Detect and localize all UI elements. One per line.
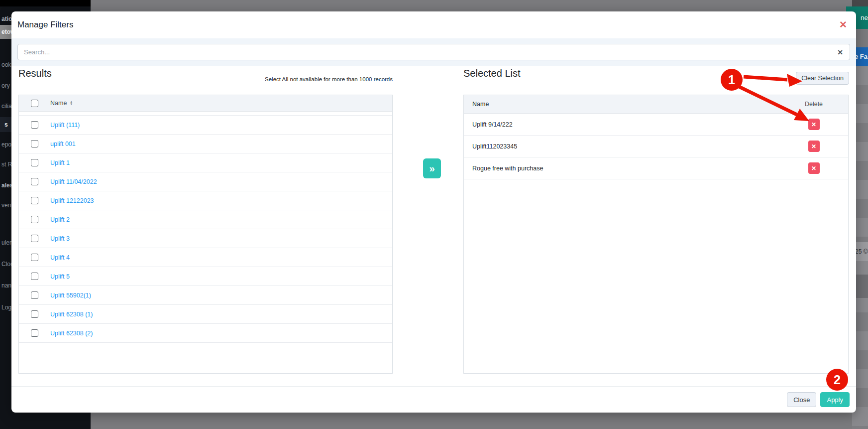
row-checkbox[interactable]: [31, 159, 38, 166]
row-checkbox[interactable]: [31, 140, 38, 147]
table-row: Uplift 5: [19, 267, 392, 286]
selected-list-title: Selected List: [463, 68, 521, 79]
sort-down-arrow: ▼: [70, 103, 73, 106]
delete-item-button[interactable]: ✕: [808, 141, 820, 152]
spacer-row: [19, 112, 392, 116]
selected-name-header: Name: [464, 101, 779, 108]
delete-item-button[interactable]: ✕: [808, 119, 820, 130]
row-checkbox[interactable]: [31, 197, 38, 204]
result-link[interactable]: Uplift 4: [50, 254, 70, 261]
modal-footer: Close Apply: [11, 386, 856, 413]
row-checkbox[interactable]: [31, 310, 38, 318]
page-background: ation etow ook ory ciliati s epor st Re …: [0, 0, 868, 429]
table-row: Uplift 12122023: [19, 191, 392, 210]
modal-close-icon[interactable]: ✕: [839, 11, 847, 38]
search-input[interactable]: [17, 44, 850, 60]
result-link[interactable]: Uplift 3: [50, 235, 70, 242]
modal-title: Manage Filters: [17, 11, 73, 38]
row-checkbox[interactable]: [31, 273, 38, 280]
modal-header: Manage Filters ✕: [11, 11, 856, 38]
table-row: Uplift 62308 (1): [19, 305, 392, 324]
table-row: Uplift 4: [19, 248, 392, 267]
transfer-selected-button[interactable]: »: [423, 158, 441, 178]
selected-item-name: Uplift112023345: [464, 143, 779, 150]
row-checkbox[interactable]: [31, 178, 38, 185]
result-link[interactable]: Uplift 12122023: [50, 197, 94, 204]
delete-item-button[interactable]: ✕: [808, 162, 820, 174]
selected-item-name: Rogue free with purchase: [464, 165, 779, 172]
apply-button[interactable]: Apply: [820, 392, 850, 407]
results-table: Name ▲ ▼ Uplift (111) uplift 001 Uplift …: [18, 95, 393, 374]
table-row: Uplift 9/14/222 ✕: [464, 114, 848, 136]
table-row: Rogue free with purchase ✕: [464, 157, 848, 179]
sort-icon[interactable]: ▲ ▼: [70, 101, 73, 106]
table-row: Uplift112023345 ✕: [464, 136, 848, 157]
result-link[interactable]: uplift 001: [50, 141, 76, 147]
table-row: Uplift 55902(1): [19, 286, 392, 305]
name-header-label: Name: [50, 100, 67, 107]
row-checkbox[interactable]: [31, 254, 38, 261]
selected-item-name: Uplift 9/14/222: [464, 121, 779, 128]
clear-selection-button[interactable]: Clear Selection: [796, 72, 849, 85]
background-topbar-fragment: [852, 0, 868, 6]
selected-list-table: Name Delete Uplift 9/14/222 ✕ Uplift1120…: [463, 95, 849, 374]
sidebar-top-bar: [0, 0, 91, 6]
result-link[interactable]: Uplift 62308 (1): [50, 311, 93, 318]
result-link[interactable]: Uplift 62308 (2): [50, 330, 93, 337]
results-table-header: Name ▲ ▼: [19, 95, 392, 112]
close-button[interactable]: Close: [787, 392, 816, 407]
row-checkbox[interactable]: [31, 291, 38, 299]
table-row: Uplift 62308 (2): [19, 324, 392, 343]
row-checkbox[interactable]: [31, 121, 38, 129]
result-link[interactable]: Uplift 2: [50, 216, 70, 223]
search-section: ✕: [11, 38, 856, 66]
select-all-note: Select All not available for more than 1…: [18, 76, 393, 82]
row-checkbox[interactable]: [31, 216, 38, 223]
row-checkbox[interactable]: [31, 329, 38, 337]
name-column-header[interactable]: Name ▲ ▼: [50, 100, 73, 107]
table-row: Uplift 2: [19, 210, 392, 229]
table-row: Uplift 1: [19, 153, 392, 172]
result-link[interactable]: Uplift 55902(1): [50, 292, 91, 299]
result-link[interactable]: Uplift 1: [50, 159, 70, 166]
manage-filters-modal: Manage Filters ✕ ✕ Results Select All no…: [11, 11, 856, 413]
result-link[interactable]: Uplift 11/04/2022: [50, 178, 97, 185]
result-link[interactable]: Uplift 5: [50, 273, 70, 280]
delete-column-header: Delete: [779, 101, 848, 108]
selected-table-header: Name Delete: [464, 95, 848, 114]
table-row: Uplift 3: [19, 229, 392, 248]
search-clear-icon[interactable]: ✕: [837, 44, 843, 60]
table-row: Uplift 11/04/2022: [19, 172, 392, 191]
select-all-checkbox[interactable]: [31, 100, 38, 107]
row-checkbox[interactable]: [31, 235, 38, 242]
table-row: Uplift (111): [19, 116, 392, 135]
result-link[interactable]: Uplift (111): [50, 122, 80, 129]
table-row: uplift 001: [19, 135, 392, 153]
